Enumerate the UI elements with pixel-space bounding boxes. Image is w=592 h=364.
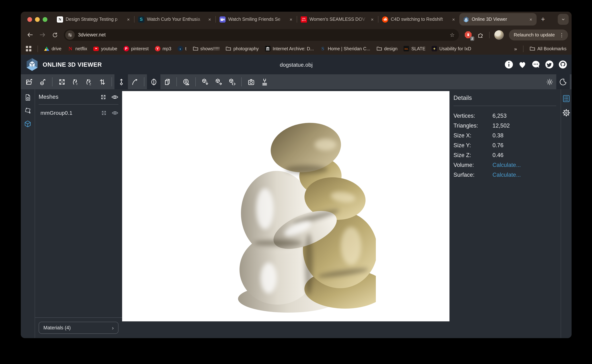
all-bookmarks-button[interactable]: All Bookmarks	[530, 46, 566, 51]
detail-row-vertices: Vertices:6,253	[454, 111, 556, 121]
bookmark-netflix[interactable]: Nnetflix	[68, 46, 87, 51]
calculate-surface-link[interactable]: Calculate...	[493, 171, 521, 178]
github-icon[interactable]	[559, 60, 567, 69]
close-tab-icon[interactable]: ×	[529, 17, 533, 22]
print-3d-button[interactable]	[258, 74, 271, 89]
bookmarks-bar: drive Nnetflix youtube Ppinterest Ymp3 ›…	[21, 43, 572, 55]
apps-grid-icon[interactable]	[26, 46, 31, 51]
forward-button[interactable]	[37, 29, 48, 40]
tab-title: C4D switching to Redshift	[391, 17, 449, 22]
bookmark-sheridan[interactable]: SHome | Sheridan C...	[320, 46, 370, 51]
bookmark-mp3[interactable]: Ymp3	[155, 46, 171, 51]
fixed-up-vector-button[interactable]	[114, 74, 128, 89]
materials-paint-icon[interactable]	[24, 107, 32, 114]
show-hide-all-meshes-icon[interactable]	[111, 94, 118, 100]
materials-expander-button[interactable]: Materials (4) ›	[39, 322, 118, 334]
file-report-icon[interactable]	[24, 94, 32, 101]
bookmark-slate[interactable]: D2LSLATE	[404, 46, 425, 51]
up-z-button[interactable]: Z	[82, 74, 96, 89]
tab-design-strategy[interactable]: N Design Strategy Testing p ×	[53, 12, 134, 27]
bookmark-star-icon[interactable]: ☆	[450, 32, 455, 38]
smooth-shading-button[interactable]	[147, 74, 160, 89]
url-text[interactable]: 3dviewer.net	[78, 32, 450, 38]
open-file-button[interactable]	[23, 74, 36, 89]
t-site-icon: ›	[178, 46, 183, 51]
tab-title: Design Strategy Testing p	[66, 17, 124, 22]
reddit-icon	[382, 16, 388, 22]
bookmark-folder-photography[interactable]: photography	[226, 46, 259, 51]
minimize-window-button[interactable]	[35, 17, 40, 22]
close-tab-icon[interactable]: ×	[208, 17, 212, 22]
profile-avatar[interactable]	[494, 30, 504, 39]
video-camera-icon	[219, 16, 226, 22]
bookmark-folder-design[interactable]: design	[376, 46, 398, 51]
snapshot-button[interactable]	[244, 74, 258, 89]
pinterest-icon: P	[123, 46, 129, 51]
back-button[interactable]	[24, 29, 35, 40]
bookmark-internet-archive[interactable]: Internet Archive: D...	[265, 46, 314, 51]
close-tab-icon[interactable]: ×	[370, 17, 374, 22]
bookmark-drive[interactable]: drive	[44, 46, 61, 51]
up-y-button[interactable]: Y	[69, 74, 82, 89]
close-window-button[interactable]	[27, 17, 32, 22]
detail-row-surface: Surface:Calculate...	[454, 170, 556, 180]
light-theme-button[interactable]	[543, 74, 556, 89]
close-tab-icon[interactable]: ×	[289, 17, 293, 22]
solid-shading-button[interactable]	[160, 74, 174, 89]
bookmark-pinterest[interactable]: Ppinterest	[123, 46, 149, 51]
toolbar-separator	[112, 77, 112, 86]
app-brand-title: ONLINE 3D VIEWER	[43, 61, 102, 68]
extensions-button[interactable]	[475, 29, 486, 40]
free-orbit-button[interactable]	[128, 74, 141, 89]
zoom-window-button[interactable]	[43, 17, 47, 22]
details-panel: Details Vertices:6,253 Triangles:12,502 …	[449, 89, 561, 338]
bookmark-folder-shows[interactable]: shows!!!!!	[193, 46, 220, 51]
svg-text:Y: Y	[76, 83, 78, 85]
fit-all-meshes-icon[interactable]	[100, 94, 106, 100]
browser-menu-icon[interactable]: ⋮	[557, 32, 566, 38]
meshes-cube-icon[interactable]	[24, 120, 32, 128]
settings-gear-icon[interactable]	[562, 109, 571, 117]
adblock-extension-button[interactable]: 2	[463, 29, 474, 40]
dark-theme-button[interactable]	[556, 74, 570, 89]
app-logo-icon[interactable]	[25, 58, 39, 72]
embed-model-button[interactable]	[225, 74, 239, 89]
tab-curb-your-enthusiasm[interactable]: S Watch Curb Your Enthusia ×	[134, 12, 216, 27]
mesh-item-mmgroup[interactable]: mmGroup0.1	[39, 108, 118, 117]
reload-button[interactable]	[49, 29, 60, 40]
tab-search-chevron-button[interactable]	[558, 14, 569, 25]
close-tab-icon[interactable]: ×	[452, 17, 456, 22]
tab-uniqlo[interactable]: UNIQLO Women's SEAMLESS DOV ×	[297, 12, 378, 27]
fit-view-button[interactable]	[55, 74, 69, 89]
panel-divider	[454, 106, 556, 106]
viewport-canvas[interactable]	[122, 91, 449, 321]
details-list-icon[interactable]	[562, 94, 571, 103]
info-icon[interactable]	[505, 60, 513, 69]
bookmark-youtube[interactable]: youtube	[93, 46, 117, 51]
bookmark-t[interactable]: ›t	[178, 46, 186, 51]
show-hide-mesh-icon[interactable]	[112, 110, 118, 115]
heart-icon[interactable]	[518, 60, 527, 69]
close-tab-icon[interactable]: ×	[126, 17, 131, 22]
download-model-button[interactable]	[198, 74, 212, 89]
relaunch-to-update-button[interactable]: Relaunch to update ⋮	[509, 29, 568, 40]
streaming-icon: S	[138, 16, 144, 22]
open-url-button[interactable]	[36, 74, 50, 89]
fit-mesh-icon[interactable]	[101, 110, 107, 116]
tab-online-3d-viewer[interactable]: Online 3D Viewer ×	[459, 13, 537, 26]
flip-up-button[interactable]	[96, 74, 109, 89]
twitter-icon[interactable]	[545, 60, 554, 69]
details-panel-title: Details	[454, 94, 556, 101]
mesh-name: mmGroup0.1	[40, 110, 96, 116]
measure-button[interactable]	[179, 74, 193, 89]
tab-c4d-redshift[interactable]: C4D switching to Redshift ×	[378, 12, 459, 27]
chat-icon[interactable]	[532, 60, 540, 69]
tab-smiling-friends[interactable]: Watch Smiling Friends Se ×	[216, 12, 297, 27]
new-tab-button[interactable]: +	[541, 15, 545, 23]
bookmarks-overflow-chevron[interactable]: »	[514, 46, 517, 52]
export-model-button[interactable]	[212, 74, 225, 89]
bookmark-usability-ixd[interactable]: ✦Usability for IxD	[432, 46, 471, 51]
site-settings-icon[interactable]	[65, 30, 75, 39]
calculate-volume-link[interactable]: Calculate...	[493, 162, 521, 168]
address-bar[interactable]: 3dviewer.net ☆	[64, 29, 459, 41]
